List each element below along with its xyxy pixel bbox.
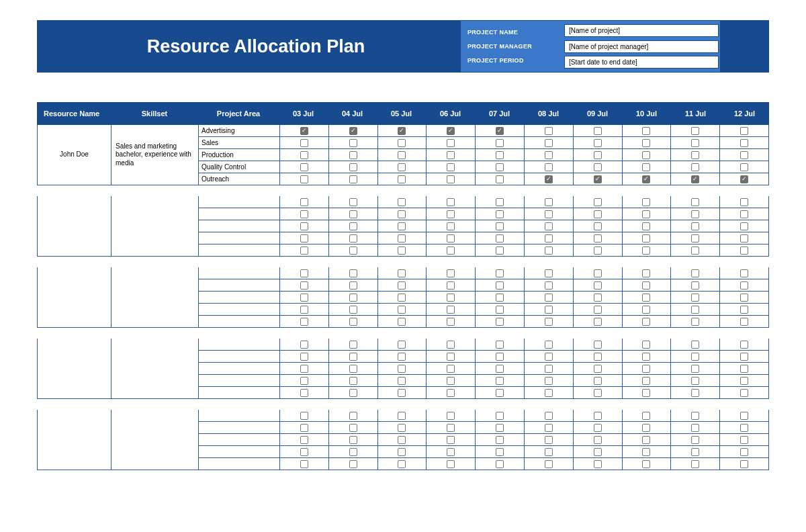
allocation-checkbox[interactable] [398,460,406,468]
allocation-checkbox[interactable] [300,318,308,326]
allocation-checkbox[interactable] [398,341,406,349]
allocation-checkbox[interactable] [740,318,748,326]
allocation-checkbox[interactable] [398,377,406,385]
allocation-checkbox[interactable] [642,412,650,420]
allocation-checkbox[interactable] [398,424,406,432]
allocation-checkbox[interactable] [594,234,602,242]
allocation-checkbox[interactable] [447,377,455,385]
allocation-checkbox[interactable] [594,127,602,135]
allocation-checkbox[interactable] [300,460,308,468]
allocation-checkbox[interactable] [349,139,357,147]
allocation-checkbox[interactable] [496,448,504,456]
allocation-checkbox[interactable] [740,139,748,147]
project-area-cell[interactable] [199,220,279,232]
allocation-checkbox[interactable] [349,365,357,373]
allocation-checkbox[interactable] [740,222,748,230]
allocation-checkbox[interactable] [447,460,455,468]
allocation-checkbox[interactable] [349,175,357,183]
allocation-checkbox[interactable] [398,210,406,218]
allocation-checkbox[interactable]: ✓ [642,175,650,183]
allocation-checkbox[interactable] [300,389,308,397]
allocation-checkbox[interactable] [594,210,602,218]
allocation-checkbox[interactable] [398,389,406,397]
project-area-cell[interactable]: Sales [199,137,279,148]
allocation-checkbox[interactable] [691,139,699,147]
allocation-checkbox[interactable] [691,377,699,385]
allocation-checkbox[interactable] [398,281,406,290]
allocation-checkbox[interactable] [642,365,650,373]
allocation-checkbox[interactable] [398,448,406,456]
allocation-checkbox[interactable] [349,460,357,468]
allocation-checkbox[interactable] [496,389,504,397]
project-area-cell[interactable] [199,458,279,470]
allocation-checkbox[interactable] [300,365,308,373]
allocation-checkbox[interactable] [496,281,504,290]
allocation-checkbox[interactable] [691,448,699,456]
allocation-checkbox[interactable] [594,151,602,159]
allocation-checkbox[interactable] [691,424,699,432]
allocation-checkbox[interactable] [349,424,357,432]
allocation-checkbox[interactable] [349,353,357,361]
allocation-checkbox[interactable] [594,424,602,432]
allocation-checkbox[interactable] [447,175,455,183]
allocation-checkbox[interactable] [447,247,455,255]
allocation-checkbox[interactable] [642,163,650,171]
allocation-checkbox[interactable] [691,127,699,135]
allocation-checkbox[interactable]: ✓ [740,175,748,183]
allocation-checkbox[interactable] [300,412,308,420]
allocation-checkbox[interactable] [300,269,308,277]
allocation-checkbox[interactable] [398,269,406,277]
allocation-checkbox[interactable] [496,318,504,326]
allocation-checkbox[interactable] [398,365,406,373]
allocation-checkbox[interactable]: ✓ [300,127,308,135]
allocation-checkbox[interactable] [594,353,602,361]
allocation-checkbox[interactable] [642,389,650,397]
allocation-checkbox[interactable] [545,341,553,349]
allocation-checkbox[interactable] [691,163,699,171]
allocation-checkbox[interactable] [594,460,602,468]
allocation-checkbox[interactable] [594,306,602,314]
project-period-field[interactable]: [Start date to end date] [564,56,719,69]
allocation-checkbox[interactable] [740,163,748,171]
allocation-checkbox[interactable] [691,436,699,444]
project-area-cell[interactable] [199,245,279,256]
allocation-checkbox[interactable] [691,247,699,255]
allocation-checkbox[interactable] [545,127,553,135]
allocation-checkbox[interactable] [545,460,553,468]
allocation-checkbox[interactable] [447,139,455,147]
allocation-checkbox[interactable] [496,247,504,255]
allocation-checkbox[interactable] [691,389,699,397]
allocation-checkbox[interactable] [594,247,602,255]
project-area-cell[interactable] [199,410,279,421]
allocation-checkbox[interactable] [496,306,504,314]
allocation-checkbox[interactable] [642,210,650,218]
allocation-checkbox[interactable] [398,306,406,314]
allocation-checkbox[interactable] [594,341,602,349]
allocation-checkbox[interactable] [642,436,650,444]
allocation-checkbox[interactable] [594,377,602,385]
allocation-checkbox[interactable] [545,247,553,255]
allocation-checkbox[interactable] [740,412,748,420]
allocation-checkbox[interactable] [642,151,650,159]
allocation-checkbox[interactable] [545,139,553,147]
allocation-checkbox[interactable] [300,353,308,361]
project-area-cell[interactable]: Quality Control [199,161,279,173]
allocation-checkbox[interactable] [398,294,406,302]
allocation-checkbox[interactable] [545,353,553,361]
allocation-checkbox[interactable] [447,412,455,420]
allocation-checkbox[interactable] [398,139,406,147]
allocation-checkbox[interactable] [545,210,553,218]
allocation-checkbox[interactable] [496,365,504,373]
allocation-checkbox[interactable] [691,353,699,361]
allocation-checkbox[interactable] [594,436,602,444]
allocation-checkbox[interactable] [300,198,308,206]
allocation-checkbox[interactable] [447,306,455,314]
allocation-checkbox[interactable] [691,151,699,159]
allocation-checkbox[interactable] [349,377,357,385]
allocation-checkbox[interactable] [349,247,357,255]
allocation-checkbox[interactable] [740,151,748,159]
allocation-checkbox[interactable] [447,389,455,397]
project-area-cell[interactable] [199,316,279,327]
allocation-checkbox[interactable] [349,151,357,159]
allocation-checkbox[interactable] [447,353,455,361]
